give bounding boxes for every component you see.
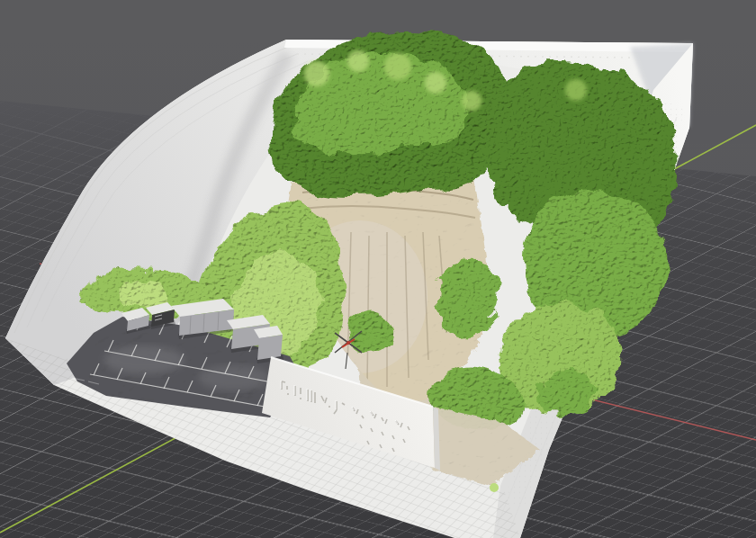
asphalt-worn-patch — [104, 345, 184, 374]
viewport-window[interactable] — [0, 0, 756, 538]
viewport-canvas[interactable] — [0, 0, 756, 538]
green-sprig — [490, 483, 499, 492]
asphalt-worn-patch — [198, 365, 270, 390]
